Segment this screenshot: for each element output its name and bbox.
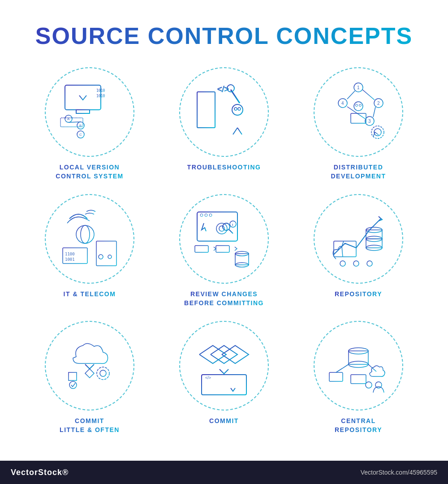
- page-title: SOURCE CONTROL CONCEPTS: [27, 18, 421, 49]
- footer-logo: VectorStock®: [11, 468, 69, 477]
- label-distributed-development: DISTRIBUTEDDEVELOPMENT: [331, 163, 386, 181]
- svg-point-31: [234, 108, 237, 110]
- svg-line-76: [229, 229, 233, 233]
- svg-text:i: i: [232, 223, 233, 227]
- svg-text:1100: 1100: [65, 252, 75, 256]
- svg-point-48: [359, 104, 362, 107]
- svg-point-99: [340, 261, 345, 266]
- icon-local-version-control: 1010 1010 A B C: [45, 67, 134, 157]
- svg-point-135: [366, 382, 372, 388]
- svg-point-32: [238, 108, 241, 110]
- label-it-telecom: IT & TELECOM: [64, 290, 116, 299]
- concept-commit: </> COMMIT: [161, 321, 287, 434]
- concept-distributed-development: 1 2 3 4: [296, 67, 421, 181]
- svg-point-72: [209, 214, 212, 216]
- svg-point-26: [232, 104, 243, 115]
- svg-point-110: [69, 381, 77, 389]
- svg-point-70: [200, 214, 203, 216]
- svg-point-73: [216, 223, 227, 234]
- concept-troubleshooting: </> TROUBLESHOOTING: [161, 67, 287, 181]
- svg-rect-50: [351, 113, 366, 123]
- svg-point-46: [354, 102, 363, 111]
- svg-rect-139: [351, 375, 366, 384]
- icon-commit-little-often: [45, 321, 134, 411]
- label-repository: REPOSITORY: [335, 290, 382, 299]
- svg-text:2: 2: [377, 101, 380, 106]
- concept-it-telecom: 1100 1001 IT & TELECOM: [27, 194, 152, 307]
- svg-text:1010: 1010: [96, 94, 105, 98]
- svg-line-43: [373, 107, 375, 117]
- concept-commit-little-often: COMMITLITTLE & OFTEN: [27, 321, 152, 434]
- svg-point-100: [353, 261, 359, 266]
- svg-text:4: 4: [341, 101, 344, 106]
- svg-rect-81: [216, 246, 229, 252]
- footer-url: VectorStock.com/45965595: [361, 469, 437, 476]
- concept-review-changes: i: [161, 194, 287, 307]
- svg-text:C: C: [79, 133, 82, 137]
- icon-review-changes: i: [179, 194, 269, 284]
- label-local-version-control: LOCAL VERSIONCONTROL SYSTEM: [56, 163, 123, 181]
- icon-distributed-development: 1 2 3 4: [314, 67, 403, 157]
- svg-text:3: 3: [368, 119, 371, 124]
- svg-line-30: [237, 128, 242, 134]
- icon-central-repository: [314, 321, 403, 411]
- svg-point-65: [99, 255, 103, 259]
- svg-text:1010: 1010: [96, 89, 105, 93]
- svg-rect-79: [195, 246, 208, 252]
- icon-troubleshooting: </>: [179, 67, 269, 157]
- svg-rect-18: [197, 92, 215, 128]
- svg-point-67: [108, 255, 112, 259]
- concept-grid: 1010 1010 A B C L: [27, 67, 421, 435]
- svg-point-107: [97, 367, 109, 380]
- concept-local-version-control: 1010 1010 A B C L: [27, 67, 152, 181]
- svg-line-29: [233, 128, 237, 134]
- svg-line-42: [362, 90, 375, 100]
- svg-text:</>: </>: [205, 376, 211, 380]
- icon-commit: </>: [179, 321, 269, 411]
- main-content: SOURCE CONTROL CONCEPTS: [0, 0, 448, 444]
- svg-rect-93: [366, 239, 382, 248]
- svg-point-108: [100, 370, 106, 376]
- label-troubleshooting: TROUBLESHOOTING: [187, 163, 261, 172]
- svg-line-12: [69, 122, 81, 122]
- label-review-changes: REVIEW CHANGESBEFORE COMMITTING: [184, 290, 264, 307]
- svg-text:1: 1: [357, 85, 360, 90]
- icon-repository: [314, 194, 403, 284]
- svg-rect-1: [76, 110, 90, 113]
- svg-text:1001: 1001: [65, 257, 75, 262]
- icon-it-telecom: 1100 1001: [45, 194, 134, 284]
- svg-line-137: [368, 364, 376, 372]
- svg-point-47: [356, 104, 358, 107]
- concept-central-repository: CENTRALREPOSITORY: [296, 321, 421, 434]
- svg-line-136: [336, 364, 349, 372]
- svg-marker-106: [85, 369, 94, 378]
- svg-line-45: [347, 91, 355, 99]
- footer-bar: VectorStock® VectorStock.com/45965595: [0, 461, 448, 484]
- label-central-repository: CENTRALREPOSITORY: [335, 417, 382, 434]
- label-commit-little-often: COMMITLITTLE & OFTEN: [60, 417, 120, 434]
- concept-repository: REPOSITORY: [296, 194, 421, 307]
- svg-point-101: [367, 261, 372, 266]
- label-commit: COMMIT: [209, 417, 239, 426]
- svg-rect-131: [329, 372, 343, 381]
- svg-point-71: [205, 214, 207, 216]
